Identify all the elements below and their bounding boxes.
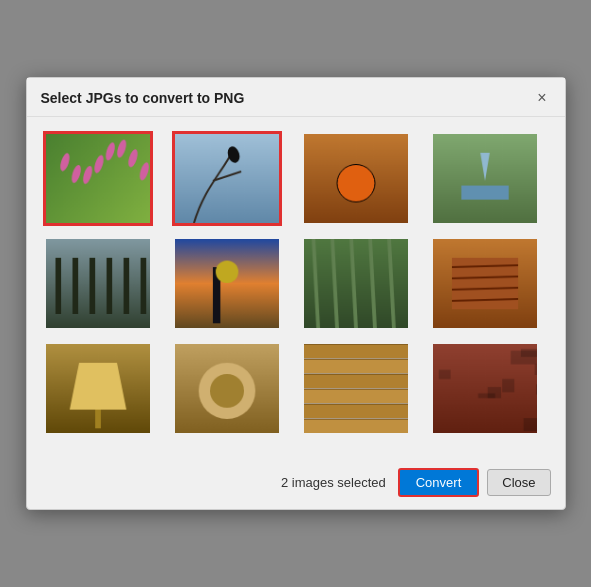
dialog-title: Select JPGs to convert to PNG — [41, 90, 245, 106]
image-thumbnail — [175, 134, 279, 223]
image-cell[interactable] — [430, 236, 540, 331]
image-cell[interactable] — [301, 341, 411, 436]
image-cell[interactable] — [172, 131, 282, 226]
image-thumbnail — [46, 239, 150, 328]
image-cell[interactable] — [430, 341, 540, 436]
image-cell[interactable] — [301, 131, 411, 226]
image-cell[interactable] — [43, 131, 153, 226]
image-thumbnail — [433, 134, 537, 223]
dialog: Select JPGs to convert to PNG × 2 images… — [26, 77, 566, 510]
image-thumbnail — [46, 134, 150, 223]
image-cell[interactable] — [43, 341, 153, 436]
image-cell[interactable] — [172, 341, 282, 436]
image-thumbnail — [175, 239, 279, 328]
convert-button[interactable]: Convert — [398, 468, 480, 497]
image-thumbnail — [304, 134, 408, 223]
image-thumbnail — [304, 239, 408, 328]
image-thumbnail — [433, 239, 537, 328]
image-thumbnail — [46, 344, 150, 433]
close-button[interactable]: Close — [487, 469, 550, 496]
dialog-content — [27, 117, 565, 460]
image-cell[interactable] — [172, 236, 282, 331]
image-thumbnail — [433, 344, 537, 433]
image-grid — [43, 131, 549, 436]
titlebar-close-button[interactable]: × — [533, 88, 550, 108]
image-thumbnail — [304, 344, 408, 433]
image-cell[interactable] — [430, 131, 540, 226]
status-text: 2 images selected — [281, 475, 386, 490]
image-cell[interactable] — [301, 236, 411, 331]
dialog-footer: 2 images selected Convert Close — [27, 460, 565, 509]
image-cell[interactable] — [43, 236, 153, 331]
titlebar: Select JPGs to convert to PNG × — [27, 78, 565, 117]
image-thumbnail — [175, 344, 279, 433]
